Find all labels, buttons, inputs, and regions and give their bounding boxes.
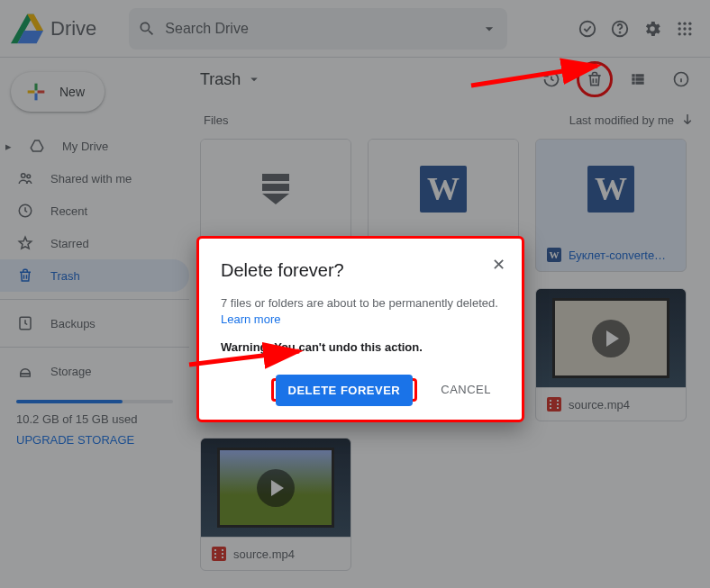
cancel-button[interactable]: CANCEL [432,375,500,403]
dialog-message: 7 files or folders are about to be perma… [221,295,500,328]
svg-line-17 [471,66,597,86]
dialog-title: Delete forever? [221,260,500,281]
dialog-close-button[interactable]: ✕ [492,255,505,275]
annotation-arrow [471,63,606,90]
annotation-arrow [189,342,306,369]
delete-forever-dialog: Delete forever? ✕ 7 files or folders are… [196,236,524,422]
delete-forever-button[interactable]: DELETE FOREVER [276,375,414,406]
learn-more-link[interactable]: Learn more [221,312,280,326]
svg-line-18 [189,351,299,365]
